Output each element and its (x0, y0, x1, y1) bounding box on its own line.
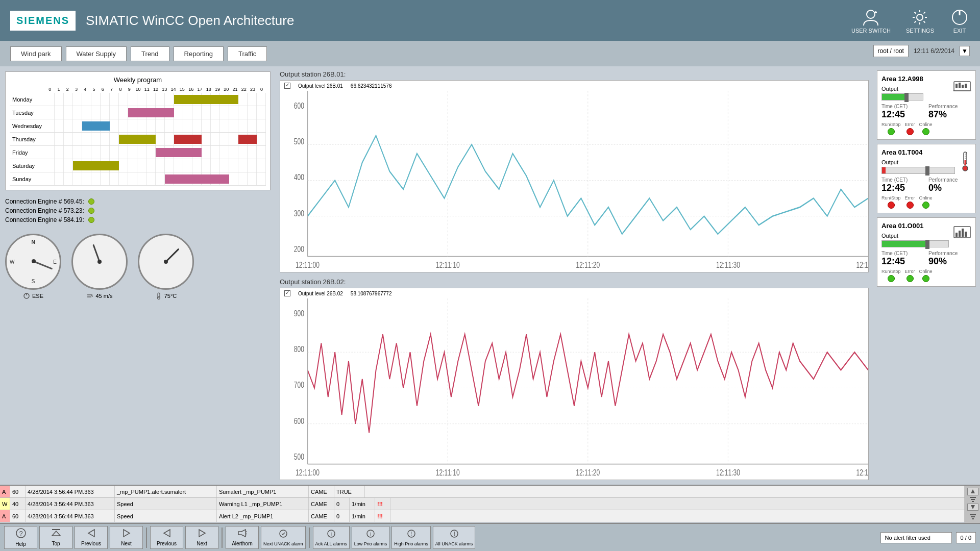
filter-box: No alert filter used (880, 532, 952, 543)
svg-text:12:11:30: 12:11:30 (716, 261, 740, 270)
alarm-row-3: A 60 4/28/2014 3:56:44 PM.363 Speed Aler… (0, 510, 965, 522)
chart2-checkbox[interactable] (284, 290, 290, 296)
nav-trend[interactable]: Trend (131, 46, 169, 61)
help-button[interactable]: ? Help (4, 526, 37, 549)
alarm-state-3: CAME (309, 510, 334, 522)
next-button-1[interactable]: Next (110, 526, 143, 549)
nav-water-supply[interactable]: Water Supply (66, 46, 127, 61)
area-3-title: Area 01.O001 (881, 222, 949, 230)
wind-label: 45 m/s (86, 292, 112, 299)
ack-all-button[interactable]: i Ack ALL alarms (313, 526, 350, 549)
all-unack-label: All UNACK alarms (435, 541, 473, 546)
area-2-online-led (922, 202, 929, 209)
previous-button-1[interactable]: Previous (75, 526, 108, 549)
alarm-type-1: A (0, 486, 10, 497)
high-prio-button[interactable]: ! High Prio alarms (391, 526, 431, 549)
center-panel: Output station 26B.01: Output level 26B.… (276, 66, 873, 485)
help-icon: ? (16, 528, 26, 540)
wp-title: Weekly program (10, 76, 266, 84)
svg-rect-71 (972, 518, 974, 519)
chart1-checkbox[interactable] (284, 83, 290, 89)
svg-text:12:11:30: 12:11:30 (716, 468, 740, 478)
bottom-toolbar: ? Help Top Previous Next Previous Next (0, 523, 980, 551)
wp-row-0: Monday (10, 93, 266, 106)
logo-text: SIEMENS (16, 15, 69, 26)
alarm-scroll-up[interactable] (967, 488, 978, 495)
dropdown-arrow[interactable]: ▼ (960, 46, 970, 56)
previous-button-2[interactable]: Previous (150, 526, 183, 549)
exit-button[interactable]: EXIT (949, 7, 970, 34)
wind-gauge: 45 m/s (71, 234, 128, 299)
settings-button[interactable]: SETTINGS (906, 7, 934, 34)
next2-icon (197, 529, 207, 540)
svg-marker-68 (971, 505, 975, 509)
svg-rect-50 (962, 85, 964, 88)
datetime: 12:11 6/2/2014 (914, 47, 954, 55)
nav-right: root / root 12:11 6/2/2014 ▼ (873, 45, 970, 57)
next-unack-button[interactable]: Next UNACK alarm (261, 526, 306, 549)
connection-1-led (88, 198, 94, 205)
exit-icon (949, 7, 970, 28)
top-button[interactable]: Top (39, 526, 72, 549)
wp-bar-day0 (174, 95, 238, 104)
area-2-output-label: Output (881, 159, 955, 165)
chart1-value: 66.623432111576 (351, 83, 392, 89)
connection-2: Connection Engine # 573.23: (5, 207, 271, 214)
prev2-icon (162, 529, 172, 540)
svg-rect-60 (955, 233, 958, 237)
svg-line-82 (246, 535, 247, 535)
nav-wind-park[interactable]: Wind park (10, 46, 62, 61)
alarm-unit-2: 1/min (350, 498, 375, 510)
high-prio-icon: ! (406, 529, 416, 540)
next-button-2[interactable]: Next (185, 526, 218, 549)
svg-text:700: 700 (294, 381, 304, 390)
alarm-scroll-down[interactable] (967, 504, 978, 511)
svg-point-92 (454, 535, 455, 536)
low-prio-button[interactable]: i Low Prio alarms (352, 526, 390, 549)
svg-point-0 (867, 10, 875, 18)
alarm-filter-2-icon (969, 513, 977, 521)
wp-bar-day3 (119, 135, 156, 144)
area-1-bar-fill (882, 94, 906, 100)
svg-point-55 (963, 166, 968, 171)
svg-rect-69 (970, 514, 976, 515)
svg-marker-75 (52, 531, 60, 536)
svg-rect-70 (971, 516, 975, 517)
nav-traffic[interactable]: Traffic (228, 46, 267, 61)
user-switch-button[interactable]: USER SWITCH (851, 7, 891, 34)
left-panel: Weekly program 0 1 2 3 4 5 6 7 8 9 10 11… (0, 66, 276, 485)
area-1-stats: Time (CET) 12:45 Performance 87% (881, 104, 971, 120)
header-controls: USER SWITCH SETTINGS EXIT (851, 7, 970, 34)
wp-row-2: Wednesday (10, 119, 266, 133)
all-unack-button[interactable]: All UNACK alarms (433, 526, 476, 549)
temp-label: 75°C (155, 292, 177, 299)
area-1-time: 12:45 (881, 109, 924, 120)
nav-reporting[interactable]: Reporting (174, 46, 224, 61)
ack-all-icon: i (326, 529, 336, 540)
svg-marker-76 (88, 530, 94, 537)
app-title: SIMATIC WinCC Open Architecture (86, 13, 851, 29)
svg-rect-49 (959, 83, 961, 88)
wp-bar-day6 (165, 174, 229, 184)
area-2-title: Area 01.T004 (881, 148, 955, 156)
alarm-tag-3: Alert L2 _mp_PUMP1 (217, 510, 309, 522)
area-1-indicators: Run/Stop Error Online (881, 122, 971, 135)
area-3-indicators: Run/Stop Error Online (881, 269, 971, 282)
wp-hour-labels: 0 1 2 3 4 5 6 7 8 9 10 11 12 13 14 15 16 (10, 87, 266, 92)
svg-text:12:11:00: 12:11:00 (296, 468, 320, 478)
low-prio-label: Low Prio alarms (354, 541, 387, 546)
alarm-filter-icon (969, 495, 977, 504)
area-3-icon (953, 224, 971, 243)
alarm-state-1: CAME (309, 486, 334, 497)
area-2-bar-thumb (925, 166, 929, 176)
alarm-side-controls (965, 486, 980, 523)
alerthorn-icon (237, 529, 248, 540)
area-1-icon (953, 78, 971, 96)
wp-bar-day2 (82, 121, 110, 131)
alerthorn-button[interactable]: Alerthorn (226, 526, 259, 549)
next1-icon (121, 529, 132, 540)
temp-circle (138, 234, 194, 290)
wp-bar-day5 (73, 161, 119, 170)
area-2-stats: Time (CET) 12:45 Performance 0% (881, 177, 971, 193)
navbar: Wind park Water Supply Trend Reporting T… (0, 41, 980, 66)
